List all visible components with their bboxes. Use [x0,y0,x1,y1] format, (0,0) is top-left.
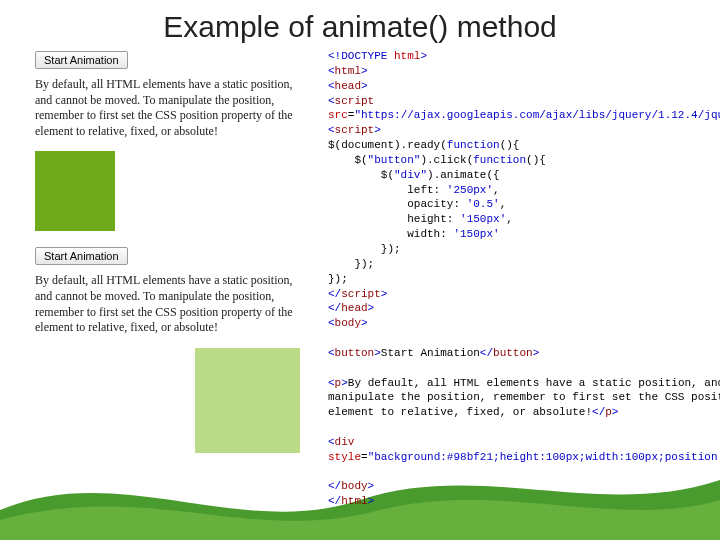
code-token: left: [328,184,447,196]
code-token: < [328,317,335,329]
code-token: > [368,495,375,507]
code-token: (){ [500,139,520,151]
code-token: , [506,213,513,225]
code-token: }); [328,273,348,285]
code-token: > [368,480,375,492]
demo-description-1: By default, all HTML elements have a sta… [35,77,300,139]
code-token: function [473,154,526,166]
code-token: html [341,495,367,507]
code-token: head [341,302,367,314]
code-token: = [361,451,368,463]
code-token: < [328,95,335,107]
code-token: script [335,124,375,136]
code-token: < [328,436,335,448]
code-token: }); [328,243,401,255]
code-token: </ [328,495,341,507]
code-token: "div" [394,169,427,181]
code-token: </ [592,406,605,418]
code-token: > [361,65,368,77]
start-animation-button-1[interactable]: Start Animation [35,51,128,69]
code-token: > [374,124,381,136]
page-title: Example of animate() method [0,0,720,49]
code-token: '250px' [447,184,493,196]
code-token: > [420,50,427,62]
code-token: head [335,80,361,92]
code-token: '150px' [460,213,506,225]
code-token: style [328,451,361,463]
code-token: '150px' [453,228,499,240]
code-token: > [341,377,348,389]
code-token: > [361,80,368,92]
code-token: }); [328,258,374,270]
code-token: < [328,124,335,136]
code-token: $(document).ready( [328,139,447,151]
code-token: height: [328,213,460,225]
code-token: function [447,139,500,151]
code-token: script [341,288,381,300]
code-token: button [335,347,375,359]
code-token: , [500,198,507,210]
code-token: <!DOCTYPE [328,50,394,62]
code-token: $( [328,154,368,166]
code-token: Start Animation [381,347,480,359]
code-token: html [335,65,361,77]
code-token: script [335,95,375,107]
code-token: > [368,302,375,314]
start-animation-button-2[interactable]: Start Animation [35,247,128,265]
code-token: "background:#98bf21;height:100px;width:1… [368,451,720,463]
code-token: html [394,50,420,62]
code-token: By default, all HTML elements have a sta… [328,377,720,419]
code-token: > [533,347,540,359]
code-token: ).click( [420,154,473,166]
code-token: > [361,317,368,329]
code-token: </ [328,480,341,492]
code-token: < [328,377,335,389]
demo-section-2: Start Animation By default, all HTML ele… [35,245,300,452]
demo-description-2: By default, all HTML elements have a sta… [35,273,300,335]
code-token: </ [328,302,341,314]
code-token: ).animate({ [427,169,500,181]
green-box-animated [195,348,300,453]
code-token: </ [328,288,341,300]
code-token: </ [480,347,493,359]
code-token: src [328,109,348,121]
code-token: body [335,317,361,329]
code-token: $( [328,169,394,181]
code-token: (){ [526,154,546,166]
code-token: body [341,480,367,492]
code-token: > [612,406,619,418]
code-token: div [335,436,355,448]
code-token: < [328,347,335,359]
code-token: p [605,406,612,418]
code-token: width: [328,228,453,240]
code-token: opacity: [328,198,467,210]
code-token: , [493,184,500,196]
code-token: < [328,65,335,77]
code-token: "button" [368,154,421,166]
green-box-initial [35,151,115,231]
code-token: > [381,288,388,300]
code-token: button [493,347,533,359]
code-token: "https://ajax.googleapis.com/ajax/libs/j… [354,109,720,121]
code-panel: <!DOCTYPE html> <html> <head> <script sr… [308,49,720,509]
demo-section-1: Start Animation By default, all HTML ele… [35,49,300,231]
code-token: < [328,80,335,92]
left-demo-panel: Start Animation By default, all HTML ele… [0,49,308,509]
code-token: '0.5' [467,198,500,210]
code-token: > [374,347,381,359]
